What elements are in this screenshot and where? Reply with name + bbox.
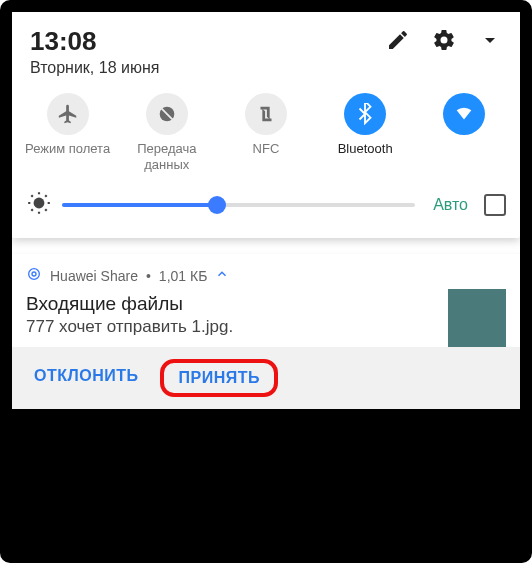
gear-icon[interactable]: [432, 28, 456, 56]
notification-app-name: Huawei Share: [50, 268, 138, 284]
chevron-down-icon[interactable]: [478, 28, 502, 56]
notification-title: Входящие файлы: [26, 293, 506, 315]
toggle-data[interactable]: Передача данных: [121, 93, 213, 174]
toggle-wifi[interactable]: [418, 93, 510, 174]
svg-point-1: [34, 197, 45, 208]
data-off-icon: [156, 103, 178, 125]
background-black: [12, 406, 520, 551]
notification-card: Huawei Share • 1,01 КБ Входящие файлы 77…: [12, 254, 520, 409]
notification-header[interactable]: Huawei Share • 1,01 КБ: [12, 254, 520, 291]
toggle-airplane[interactable]: Режим полета: [22, 93, 114, 174]
decline-button[interactable]: ОТКЛОНИТЬ: [18, 359, 154, 397]
nfc-icon: [255, 103, 277, 125]
notification-shade: 13:08 Вторник, 18 июня Режим полета Пере…: [12, 12, 520, 238]
auto-brightness-label: Авто: [433, 196, 468, 214]
bluetooth-icon: [354, 103, 376, 125]
toggle-nfc[interactable]: NFC: [220, 93, 312, 174]
notification-thumbnail: [448, 289, 506, 347]
brightness-slider[interactable]: [62, 203, 415, 207]
date-label: Вторник, 18 июня: [12, 57, 520, 87]
auto-brightness-checkbox[interactable]: [484, 194, 506, 216]
status-bar: 13:08: [12, 12, 520, 57]
accept-button[interactable]: ПРИНЯТЬ: [160, 359, 278, 397]
svg-point-3: [29, 269, 40, 280]
svg-point-2: [32, 272, 36, 276]
airplane-off-icon: [57, 103, 79, 125]
notification-size: 1,01 КБ: [159, 268, 207, 284]
brightness-row: Авто: [12, 178, 520, 238]
notification-actions: ОТКЛОНИТЬ ПРИНЯТЬ: [12, 347, 520, 409]
brightness-icon: [26, 190, 52, 220]
toggle-bluetooth[interactable]: Bluetooth: [319, 93, 411, 174]
wifi-icon: [453, 103, 475, 125]
share-icon: [26, 266, 42, 285]
clock: 13:08: [30, 26, 97, 57]
chevron-up-icon: [215, 267, 229, 284]
edit-icon[interactable]: [386, 28, 410, 56]
notification-text: 777 хочет отправить 1.jpg.: [26, 317, 506, 337]
quick-toggles: Режим полета Передача данных NFC Bluetoo…: [12, 87, 520, 178]
